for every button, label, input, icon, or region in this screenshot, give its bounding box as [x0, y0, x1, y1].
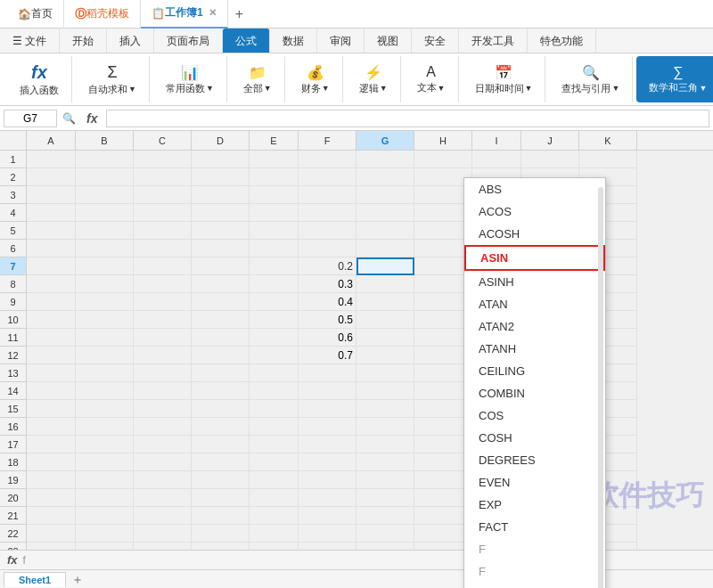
- cell-e13[interactable]: [250, 364, 299, 382]
- cell-f20[interactable]: [299, 489, 356, 507]
- cell-g18[interactable]: [356, 453, 414, 471]
- cell-f15[interactable]: [299, 400, 356, 418]
- cell-e20[interactable]: [250, 489, 299, 507]
- cell-g11[interactable]: [356, 329, 414, 347]
- cell-b12[interactable]: [76, 347, 134, 364]
- cell-e7[interactable]: [250, 257, 299, 275]
- cell-f21[interactable]: [299, 507, 356, 525]
- ribbon-tab-home[interactable]: 开始: [60, 29, 107, 53]
- common-functions-button[interactable]: 📊 常用函数 ▼: [160, 62, 219, 97]
- dropdown-item-asin[interactable]: ASIN: [464, 245, 605, 271]
- finance-button[interactable]: 💰 财务 ▼: [296, 62, 335, 97]
- datetime-button[interactable]: 📅 日期和时间 ▼: [470, 62, 538, 97]
- cell-a10[interactable]: [27, 311, 76, 329]
- cell-c11[interactable]: [134, 329, 192, 347]
- cell-g14[interactable]: [356, 382, 414, 400]
- cell-k1[interactable]: [579, 151, 637, 168]
- cell-f2[interactable]: [299, 168, 356, 186]
- cell-c18[interactable]: [134, 453, 192, 471]
- cell-e11[interactable]: [250, 329, 299, 347]
- cell-c5[interactable]: [134, 222, 192, 240]
- dropdown-item-cos[interactable]: COS: [464, 404, 605, 427]
- cell-b15[interactable]: [76, 400, 134, 418]
- cell-d15[interactable]: [192, 400, 250, 418]
- cell-b13[interactable]: [76, 364, 134, 382]
- cell-f22[interactable]: [299, 525, 356, 543]
- cell-g7[interactable]: [356, 257, 414, 275]
- ribbon-tab-pagelayout[interactable]: 页面布局: [154, 29, 223, 53]
- cell-b21[interactable]: [76, 507, 134, 525]
- cell-e9[interactable]: [250, 293, 299, 311]
- dropdown-item-ceiling[interactable]: CEILING: [464, 360, 605, 382]
- ribbon-tab-review[interactable]: 审阅: [317, 29, 365, 53]
- autosum-button[interactable]: Σ 自动求和 ▼: [83, 61, 142, 98]
- close-workbook-icon[interactable]: ✕: [209, 7, 217, 19]
- cell-f8[interactable]: 0.3: [299, 275, 356, 293]
- cell-e15[interactable]: [250, 400, 299, 418]
- cell-b7[interactable]: [76, 257, 134, 275]
- cell-g16[interactable]: [356, 418, 414, 436]
- cell-j1[interactable]: [521, 151, 579, 168]
- cell-b16[interactable]: [76, 418, 134, 436]
- cell-e14[interactable]: [250, 382, 299, 400]
- ribbon-tab-formula[interactable]: 公式: [223, 29, 270, 53]
- cell-f1[interactable]: [299, 151, 356, 168]
- cell-f4[interactable]: [299, 204, 356, 222]
- cell-a18[interactable]: [27, 453, 76, 471]
- cell-f11[interactable]: 0.6: [299, 329, 356, 347]
- logic-button[interactable]: ⚡ 逻辑 ▼: [354, 62, 393, 97]
- cell-g13[interactable]: [356, 364, 414, 382]
- cell-a5[interactable]: [27, 222, 76, 240]
- cell-c1[interactable]: [134, 151, 192, 168]
- cell-a11[interactable]: [27, 329, 76, 347]
- cell-c15[interactable]: [134, 400, 192, 418]
- cell-d16[interactable]: [192, 418, 250, 436]
- cell-c19[interactable]: [134, 471, 192, 489]
- cell-b14[interactable]: [76, 382, 134, 400]
- dropdown-item-asinh[interactable]: ASINH: [464, 271, 605, 293]
- autosum-dropdown-icon[interactable]: ▼: [128, 85, 136, 94]
- cell-a8[interactable]: [27, 275, 76, 293]
- cell-d9[interactable]: [192, 293, 250, 311]
- cell-c17[interactable]: [134, 436, 192, 453]
- cell-g12[interactable]: [356, 347, 414, 364]
- cell-b22[interactable]: [76, 525, 134, 543]
- cell-c22[interactable]: [134, 525, 192, 543]
- cell-b18[interactable]: [76, 453, 134, 471]
- cell-a13[interactable]: [27, 364, 76, 382]
- cell-d12[interactable]: [192, 347, 250, 364]
- cell-e6[interactable]: [250, 240, 299, 257]
- cell-b1[interactable]: [76, 151, 134, 168]
- cell-a14[interactable]: [27, 382, 76, 400]
- cell-c14[interactable]: [134, 382, 192, 400]
- function-dropdown[interactable]: ABS ACOS ACOSH ASIN ASINH ATAN ATAN2 ATA…: [463, 177, 606, 588]
- dropdown-item-f2[interactable]: F: [464, 560, 605, 583]
- cell-a2[interactable]: [27, 168, 76, 186]
- cell-f3[interactable]: [299, 186, 356, 204]
- cell-b3[interactable]: [76, 186, 134, 204]
- cell-a20[interactable]: [27, 489, 76, 507]
- cell-g5[interactable]: [356, 222, 414, 240]
- cell-c4[interactable]: [134, 204, 192, 222]
- cell-b20[interactable]: [76, 489, 134, 507]
- cell-a1[interactable]: [27, 151, 76, 168]
- dropdown-item-abs[interactable]: ABS: [464, 178, 605, 200]
- add-tab-button[interactable]: +: [228, 6, 250, 22]
- cell-reference-input[interactable]: [4, 110, 57, 127]
- cell-f6[interactable]: [299, 240, 356, 257]
- mathtrig-button[interactable]: ∑ 数学和三角 ▼: [643, 62, 712, 96]
- cell-e4[interactable]: [250, 204, 299, 222]
- cell-d22[interactable]: [192, 525, 250, 543]
- insert-function-button[interactable]: fx 插入函数: [14, 61, 64, 99]
- cell-d2[interactable]: [192, 168, 250, 186]
- cell-a7[interactable]: [27, 257, 76, 275]
- dropdown-item-even[interactable]: EVEN: [464, 471, 605, 494]
- dropdown-item-acosh[interactable]: ACOSH: [464, 223, 605, 245]
- dropdown-item-acos[interactable]: ACOS: [464, 200, 605, 223]
- cell-b11[interactable]: [76, 329, 134, 347]
- cell-g21[interactable]: [356, 507, 414, 525]
- cell-d17[interactable]: [192, 436, 250, 453]
- cell-c21[interactable]: [134, 507, 192, 525]
- cell-d8[interactable]: [192, 275, 250, 293]
- cell-g10[interactable]: [356, 311, 414, 329]
